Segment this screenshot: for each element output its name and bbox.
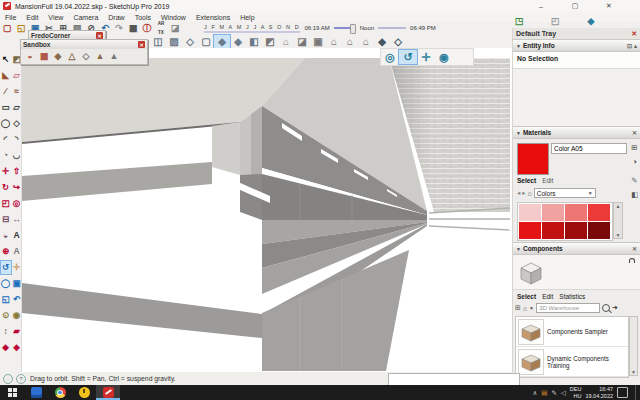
components-tab-select[interactable]: Select xyxy=(517,293,536,300)
secondary-pane-icon[interactable]: ◑ xyxy=(630,157,639,166)
tool-section-display-icon[interactable]: ◈ xyxy=(12,341,22,354)
tool-zoom-icon[interactable]: ◯ xyxy=(1,277,11,290)
close-icon[interactable]: ✕ xyxy=(632,245,637,252)
tray-pen-icon[interactable]: ✎ xyxy=(551,389,556,397)
collapse-icon[interactable]: ▴ xyxy=(634,42,637,49)
color-swatch[interactable] xyxy=(519,222,541,239)
camera-zoom-extents-icon[interactable]: ◎ xyxy=(381,50,399,64)
volume-icon[interactable]: ◁ xyxy=(561,389,566,397)
tool-pie-icon[interactable]: ◔ xyxy=(1,149,11,162)
close-icon[interactable]: ✕ xyxy=(138,41,145,48)
sample-paint-icon[interactable]: ✎ xyxy=(630,176,639,185)
navigate-icon[interactable]: ➜ xyxy=(612,304,618,312)
menu-item[interactable]: Help xyxy=(235,14,259,21)
start-button[interactable] xyxy=(0,385,24,400)
components-tab-statistics[interactable]: Statistics xyxy=(559,293,585,300)
scroll-up-icon[interactable]: ▲ xyxy=(616,203,621,209)
tool-arc-icon[interactable]: ◜ xyxy=(1,133,11,146)
tool-text-icon[interactable]: A xyxy=(12,229,22,242)
tool-follow-me-icon[interactable]: ↪ xyxy=(12,181,22,194)
toolbar-add-location-icon[interactable]: ◳ xyxy=(512,16,526,27)
style-monochrome-icon[interactable]: ◧ xyxy=(246,35,262,48)
style-x-ray-icon[interactable]: ◫ xyxy=(150,35,166,48)
style-shaded-icon[interactable]: ◆ xyxy=(214,35,230,48)
camera-look-around-icon[interactable]: ◉ xyxy=(435,50,453,64)
components-scrollbar[interactable]: ▼ xyxy=(629,316,638,376)
tool-tape-measure-icon[interactable]: ⊟ xyxy=(1,213,11,226)
color-swatch[interactable] xyxy=(565,222,587,239)
shadow-time-slider-right[interactable] xyxy=(378,27,406,29)
tray-expand-icon[interactable]: ∧ xyxy=(532,389,537,397)
notification-center-icon[interactable] xyxy=(617,387,628,398)
tool-select-icon[interactable]: ↖ xyxy=(1,53,11,66)
components-header[interactable]: ▼ Components ✕ xyxy=(513,242,640,255)
style-wireframe-icon[interactable]: ◇ xyxy=(182,35,198,48)
toolbar-print-icon[interactable]: ▦ xyxy=(126,23,140,34)
tool-section-fill-icon[interactable]: ◆ xyxy=(1,341,11,354)
toolbar-model-info-icon[interactable]: ⓘ xyxy=(140,23,154,34)
toolbar-shadows-toggle-icon[interactable]: ◪ xyxy=(168,23,182,34)
materials-tab-select[interactable]: Select xyxy=(517,177,536,184)
color-swatch[interactable] xyxy=(542,204,564,221)
materials-tab-edit[interactable]: Edit xyxy=(542,177,553,184)
create-material-icon[interactable]: ⊞ xyxy=(630,143,639,152)
taskbar-app-media[interactable] xyxy=(72,385,96,400)
style-shaded-textures-icon[interactable]: ◈ xyxy=(230,35,246,48)
style-iso-view-icon[interactable]: ◪ xyxy=(294,35,310,48)
style-front-view-icon[interactable]: ⌂ xyxy=(326,35,342,48)
menu-item[interactable]: Tools xyxy=(130,14,156,21)
entity-info-header[interactable]: ▼ Entity Info ⊡ ▴ xyxy=(513,39,640,52)
components-tab-edit[interactable]: Edit xyxy=(542,293,553,300)
clock[interactable]: 16:47 19.04.2022 xyxy=(585,386,613,399)
forward-icon[interactable]: ▸ xyxy=(522,189,525,197)
tool-protractor-icon[interactable]: ◒ xyxy=(1,229,11,242)
close-icon[interactable]: ✕ xyxy=(631,30,637,38)
back-icon[interactable]: ◂ xyxy=(517,189,520,197)
geolocation-icon[interactable]: ◌ xyxy=(3,374,13,384)
sandbox-flip-edge-icon[interactable]: ▲ xyxy=(107,51,121,62)
taskbar-app-chrome[interactable] xyxy=(48,385,72,400)
component-list-item[interactable]: Dynamic Components Training xyxy=(516,347,628,377)
style-roof-tool-a-icon[interactable]: ◩ xyxy=(262,35,278,48)
style-view-extra-a-icon[interactable]: ◆ xyxy=(374,35,390,48)
details-icon[interactable]: ⊡ xyxy=(627,42,632,49)
model-corner-facet-3[interactable] xyxy=(251,106,262,176)
show-desktop-button[interactable] xyxy=(635,385,638,400)
taskbar-app-sketchup[interactable] xyxy=(96,385,120,400)
view-options-icon[interactable]: ⊞ xyxy=(515,304,521,312)
menu-item[interactable]: File xyxy=(0,14,21,21)
toolbar-artx-icon[interactable]: AR TX xyxy=(154,23,168,34)
sandbox-smoove-icon[interactable]: ◈ xyxy=(51,51,65,62)
model-viewport[interactable] xyxy=(22,48,512,372)
toolbar-photo-textures-icon[interactable]: ◆ xyxy=(584,16,598,27)
materials-header[interactable]: ▼ Materials ✕ xyxy=(513,126,640,139)
toolbar-toggle-terrain-icon[interactable]: ◰ xyxy=(548,16,562,27)
tool-eraser-icon[interactable]: ▱ xyxy=(12,69,22,82)
tool-polygon-icon[interactable]: ◇ xyxy=(12,117,22,130)
scroll-down-icon[interactable]: ▼ xyxy=(616,232,621,238)
tool-pan-icon[interactable]: ✛ xyxy=(12,261,22,274)
tool-rotated-rectangle-icon[interactable]: ▱ xyxy=(12,101,22,114)
tool-three-point-arc-icon[interactable]: ◡ xyxy=(12,149,22,162)
tool-rectangle-icon[interactable]: ▭ xyxy=(1,101,11,114)
shadow-time-slider[interactable] xyxy=(334,27,356,29)
scroll-down-icon[interactable]: ▼ xyxy=(631,369,636,375)
style-back-view-icon[interactable]: ⌂ xyxy=(358,35,374,48)
tool-orbit-icon[interactable]: ↺ xyxy=(1,261,11,274)
tool-offset-icon[interactable]: ◎ xyxy=(12,197,22,210)
model-corner-facet-2[interactable] xyxy=(240,114,251,176)
paint-cursor-icon[interactable]: ◧ xyxy=(630,190,639,199)
help-icon[interactable]: ? xyxy=(16,374,26,384)
style-back-edges-icon[interactable]: ▨ xyxy=(166,35,182,48)
sandbox-add-detail-icon[interactable]: ▲ xyxy=(93,51,107,62)
style-hidden-line-icon[interactable]: ▢ xyxy=(198,35,214,48)
component-list-item[interactable]: Components Sampler xyxy=(516,317,628,347)
tool-two-point-arc-icon[interactable]: ◝ xyxy=(12,133,22,146)
sandbox-toolbar[interactable]: Sandbox ✕ ◒▦◈△◇▲▲ xyxy=(20,39,148,65)
toolbar-new-icon[interactable]: ▢ xyxy=(0,23,14,34)
in-model-icon[interactable]: ⌂ xyxy=(528,190,532,197)
menu-item[interactable]: Edit xyxy=(21,14,43,21)
style-top-view-icon[interactable]: ▣ xyxy=(310,35,326,48)
tool-move-icon[interactable]: ✛ xyxy=(1,165,11,178)
menu-item[interactable]: Extensions xyxy=(191,14,235,21)
